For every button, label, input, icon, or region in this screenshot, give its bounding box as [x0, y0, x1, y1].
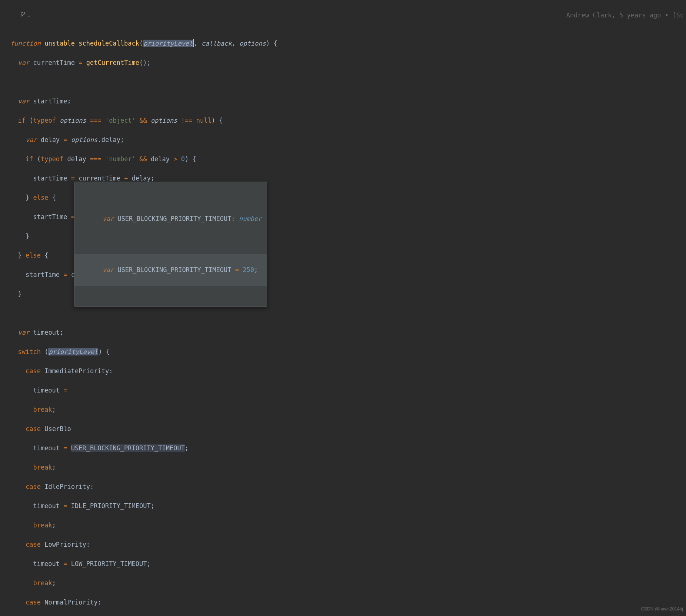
- editor-toolbar: ⌄: [1, 1, 30, 30]
- tooltip-definition[interactable]: var USER_BLOCKING_PRIORITY_TIMEOUT = 250…: [74, 254, 267, 286]
- code-editor[interactable]: ⌄ Andrew Clark, 5 years ago • [Sc functi…: [0, 0, 686, 616]
- svg-point-2: [24, 12, 25, 14]
- chevron-down-icon[interactable]: ⌄: [28, 10, 30, 20]
- git-blame-annotation: Andrew Clark, 5 years ago • [Sc: [566, 10, 684, 20]
- svg-point-1: [21, 15, 23, 16]
- svg-point-0: [21, 12, 23, 13]
- gitbranch-icon[interactable]: [1, 1, 26, 30]
- tooltip-signature: var USER_BLOCKING_PRIORITY_TIMEOUT: numb…: [74, 203, 267, 235]
- hover-tooltip: var USER_BLOCKING_PRIORITY_TIMEOUT: numb…: [74, 182, 267, 307]
- code-block[interactable]: function unstable_scheduleCallback(prior…: [10, 39, 686, 616]
- watermark: CSDN @hawk2014bj: [641, 604, 683, 614]
